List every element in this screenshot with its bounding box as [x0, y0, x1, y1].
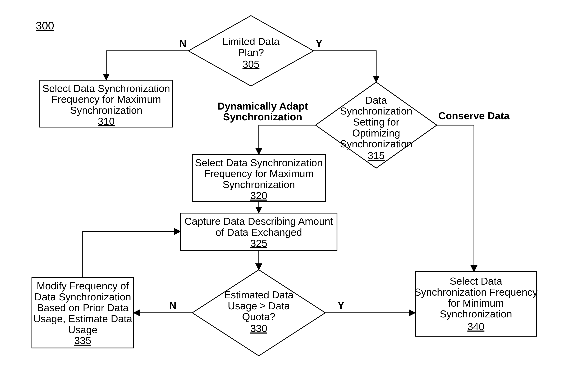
- label-315-left-2: Synchronization: [223, 111, 302, 123]
- n305-line1: Limited Data: [223, 36, 280, 47]
- n330-line2: Usage ≥ Data: [228, 300, 290, 311]
- label-330-yes: Y: [338, 300, 344, 311]
- n320-line1: Select Data Synchronization: [195, 157, 323, 168]
- n315-line4: Optimizing: [352, 127, 400, 139]
- n315-line3: Setting for: [353, 116, 399, 128]
- n315-line2: Synchronization: [340, 105, 412, 117]
- label-305-yes: Y: [316, 38, 322, 49]
- decision-optimize-setting: Data Synchronization Setting for Optimiz…: [316, 82, 437, 168]
- edge-305-no: N: [106, 38, 189, 80]
- n320-ref: 320: [250, 190, 267, 201]
- label-305-no: N: [179, 38, 187, 49]
- n325-ref: 325: [250, 238, 267, 249]
- n330-line1: Estimated Data: [224, 289, 294, 300]
- process-capture-data: Capture Data Describing Amount of Data E…: [181, 213, 337, 250]
- label-315-left-1: Dynamically Adapt: [217, 100, 308, 112]
- n305-ref: 305: [242, 59, 259, 70]
- n310-line1: Select Data Synchronization: [42, 83, 170, 94]
- n325-line1: Capture Data Describing Amount: [185, 216, 333, 227]
- process-modify-frequency: Modify Frequency of Data Synchronization…: [32, 278, 134, 348]
- n335-line1: Modify Frequency of: [37, 280, 129, 292]
- label-315-right: Conserve Data: [438, 110, 510, 121]
- decision-limited-data-plan: Limited Data Plan? 305: [188, 16, 314, 86]
- n340-line3: for Minimum: [448, 297, 504, 309]
- n315-line1: Data: [365, 95, 387, 106]
- n330-ref: 330: [250, 323, 267, 334]
- n320-line2: Frequency for Maximum: [204, 168, 314, 179]
- edge-315-left: Dynamically Adapt Synchronization: [217, 100, 315, 155]
- figure-reference: 300: [36, 19, 54, 32]
- process-select-max-sync-320: Select Data Synchronization Frequency fo…: [192, 155, 325, 201]
- n335-ref: 335: [74, 335, 91, 346]
- edge-335-to-325: [83, 232, 181, 278]
- n305-line2: Plan?: [238, 47, 264, 58]
- edge-330-yes: Y: [325, 300, 415, 313]
- n310-ref: 310: [98, 116, 115, 127]
- n340-line4: Synchronization: [440, 308, 512, 320]
- edge-305-yes: Y: [314, 38, 376, 82]
- n310-line3: Synchronization: [70, 104, 142, 116]
- n335-line5: Usage: [68, 324, 98, 335]
- label-330-no: N: [169, 300, 176, 311]
- n330-line3: Quota?: [242, 311, 276, 322]
- n335-line2: Data Synchronization: [34, 291, 131, 302]
- n315-line5: Synchronization: [340, 138, 412, 150]
- n335-line3: Based on Prior Data: [37, 302, 128, 313]
- n335-line4: Usage, Estimate Data: [33, 313, 132, 324]
- process-select-max-sync-310: Select Data Synchronization Frequency fo…: [40, 80, 173, 127]
- n325-line2: of Data Exchanged: [216, 227, 302, 238]
- n340-line2: Synchronization Frequency: [414, 287, 538, 298]
- decision-usage-ge-quota: Estimated Data Usage ≥ Data Quota? 330: [192, 270, 325, 356]
- n320-line3: Synchronization: [223, 179, 295, 190]
- edge-315-right: Conserve Data: [437, 110, 510, 272]
- flowchart-canvas: 300 Limited Data Plan? 305 N Y Select Da…: [0, 0, 588, 391]
- n340-ref: 340: [468, 321, 484, 332]
- n340-line1: Select Data: [450, 275, 502, 287]
- n315-ref: 315: [368, 150, 385, 161]
- n310-line2: Frequency for Maximum: [51, 94, 161, 105]
- edge-330-no: N: [134, 300, 192, 313]
- process-select-min-sync: Select Data Synchronization Frequency fo…: [414, 272, 538, 336]
